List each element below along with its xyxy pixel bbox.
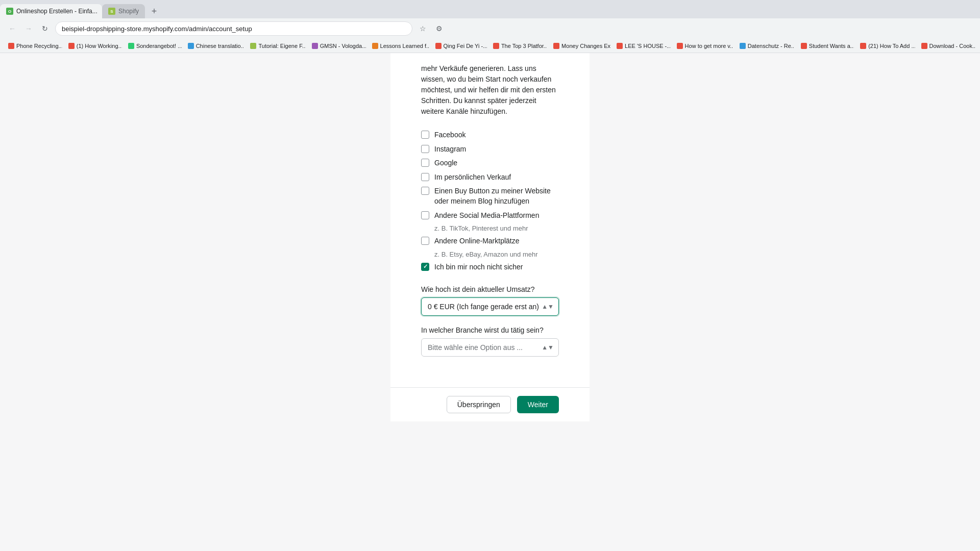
revenue-select[interactable]: 0 € EUR (Ich fange gerade erst an) 1 - 1… (421, 297, 559, 316)
back-button[interactable]: ← (6, 22, 18, 35)
channel-checkbox-list: Facebook Instagram Google (421, 129, 559, 273)
industry-select[interactable]: Bitte wähle eine Option aus ... Mode und… (421, 338, 559, 357)
footer-bar: Überspringen Weiter (390, 387, 590, 421)
page-content: mehr Verkäufe generieren. Lass uns wisse… (0, 53, 980, 551)
bookmark-label: Money Changes Ex... (561, 43, 610, 49)
channel-item-instagram: Instagram (421, 143, 559, 156)
browser-window: O Onlineshop Erstellen - Einfa... ✕ S Sh… (0, 0, 980, 551)
bookmark-label: GMSN - Vologda... (320, 43, 366, 49)
bottom-space (199, 421, 781, 551)
new-tab-button[interactable]: + (147, 4, 161, 18)
bookmark-item[interactable]: (21) How To Add ... (856, 42, 915, 50)
bookmark-label: Download - Cook... (929, 43, 976, 49)
label-buy-button: Einen Buy Button zu meiner Website oder … (434, 186, 559, 206)
bookmark-label: Qing Fei De Yi -... (444, 43, 487, 49)
skip-button[interactable]: Überspringen (447, 396, 511, 413)
bookmark-favicon (312, 43, 318, 49)
bookmark-favicon (68, 43, 75, 49)
label-google: Google (434, 158, 457, 168)
bookmark-item[interactable]: Phone Recycling... (4, 42, 62, 50)
address-text: beispiel-dropshipping-store.myshopify.co… (62, 25, 252, 33)
industry-select-wrapper: Bitte wähle eine Option aus ... Mode und… (421, 338, 559, 357)
bookmark-item[interactable]: GMSN - Vologda... (308, 42, 366, 50)
reload-button[interactable]: ↻ (39, 22, 51, 35)
bookmark-label: How to get more v... (685, 43, 733, 49)
channel-item-persoenlich: Im persönlichen Verkauf (421, 171, 559, 184)
bookmark-item[interactable]: Lessons Learned f... (368, 42, 429, 50)
channel-item-buy-button: Einen Buy Button zu meiner Website oder … (421, 185, 559, 207)
tab-bar: O Onlineshop Erstellen - Einfa... ✕ S Sh… (0, 0, 980, 18)
label-marktplaetze: Andere Online-Marktplätze (434, 236, 520, 246)
bookmark-star[interactable]: ☆ (416, 22, 429, 35)
channel-item-marktplaetze: Andere Online-Marktplätze z. B. Etsy, eB… (421, 235, 559, 259)
bookmark-favicon (435, 43, 442, 49)
bookmark-item[interactable]: Qing Fei De Yi -... (431, 42, 487, 50)
industry-title: In welcher Branche wirst du tätig sein? (421, 326, 559, 334)
sublabel-marktplaetze: z. B. Etsy, eBay, Amazon und mehr (421, 251, 559, 258)
bookmark-favicon (860, 43, 866, 49)
bookmark-label: Student Wants a... (809, 43, 854, 49)
label-facebook: Facebook (434, 130, 465, 140)
bookmark-item[interactable]: Chinese translatio... (184, 42, 244, 50)
tab-label-1: Onlineshop Erstellen - Einfa... (16, 8, 97, 15)
bookmark-label: (1) How Working... (77, 43, 122, 49)
checkbox-marktplaetze[interactable] (421, 237, 429, 245)
label-instagram: Instagram (434, 144, 466, 155)
bookmark-favicon (128, 43, 134, 49)
bookmark-favicon (677, 43, 683, 49)
bookmark-item[interactable]: Sonderangebot! ... (124, 42, 182, 50)
bookmark-item[interactable]: Money Changes Ex... (549, 42, 610, 50)
bookmark-item[interactable]: (1) How Working... (64, 42, 122, 50)
tab-favicon-2: S (108, 8, 115, 15)
intro-text: mehr Verkäufe generieren. Lass uns wisse… (421, 63, 559, 117)
sublabel-social-media: z. B. TikTok, Pinterest und mehr (421, 224, 559, 232)
checkbox-instagram[interactable] (421, 145, 429, 153)
revenue-title: Wie hoch ist dein aktueller Umsatz? (421, 285, 559, 293)
page-wrapper: mehr Verkäufe generieren. Lass uns wisse… (199, 53, 781, 551)
label-persoenlich: Im persönlichen Verkauf (434, 172, 511, 183)
bookmark-label: Sonderangebot! ... (136, 43, 182, 49)
bookmark-favicon (188, 43, 194, 49)
bookmark-item[interactable]: LEE 'S HOUSE -... (612, 42, 671, 50)
bookmark-label: The Top 3 Platfor... (501, 43, 547, 49)
tab-inactive[interactable]: S Shopify (102, 4, 145, 18)
tab-active[interactable]: O Onlineshop Erstellen - Einfa... ✕ (0, 4, 102, 18)
bookmark-item[interactable]: Download - Cook... (917, 42, 976, 50)
channel-item-unsicher: Ich bin mir noch nicht sicher (421, 261, 559, 273)
bookmark-label: Lessons Learned f... (380, 43, 429, 49)
address-bar-row: ← → ↻ beispiel-dropshipping-store.myshop… (0, 18, 980, 39)
extensions-button[interactable]: ⚙ (433, 22, 445, 35)
checkbox-facebook[interactable] (421, 131, 429, 139)
checkbox-persoenlich[interactable] (421, 173, 429, 181)
checkbox-buy-button[interactable] (421, 187, 429, 195)
bookmark-item[interactable]: Tutorial: Eigene F... (246, 42, 305, 50)
checkbox-unsicher[interactable] (421, 263, 429, 271)
tab-label-2: Shopify (118, 8, 139, 15)
revenue-select-wrapper: 0 € EUR (Ich fange gerade erst an) 1 - 1… (421, 297, 559, 316)
bookmark-favicon (8, 43, 14, 49)
bookmark-favicon (250, 43, 256, 49)
bookmark-label: LEE 'S HOUSE -... (625, 43, 671, 49)
bookmark-item[interactable]: How to get more v... (673, 42, 733, 50)
bookmark-item[interactable]: Student Wants a... (797, 42, 854, 50)
bookmark-label: (21) How To Add ... (868, 43, 915, 49)
next-button[interactable]: Weiter (517, 396, 559, 413)
checkbox-social-media[interactable] (421, 211, 429, 219)
channel-item-google: Google (421, 157, 559, 169)
bookmark-favicon (553, 43, 559, 49)
bookmark-item[interactable]: Datenschutz - Re... (736, 42, 795, 50)
bookmark-favicon (801, 43, 807, 49)
bookmark-label: Chinese translatio... (196, 43, 244, 49)
address-bar[interactable]: beispiel-dropshipping-store.myshopify.co… (55, 21, 412, 36)
forward-button[interactable]: → (22, 22, 35, 35)
bookmark-label: Datenschutz - Re... (748, 43, 795, 49)
bookmark-item[interactable]: The Top 3 Platfor... (489, 42, 547, 50)
bookmark-favicon (740, 43, 746, 49)
label-social-media: Andere Social Media-Plattformen (434, 211, 539, 221)
bookmarks-bar: Phone Recycling... (1) How Working... So… (0, 39, 980, 53)
bookmark-favicon (617, 43, 623, 49)
channel-item-social-media: Andere Social Media-Plattformen z. B. Ti… (421, 210, 559, 234)
checkbox-google[interactable] (421, 159, 429, 167)
main-card: mehr Verkäufe generieren. Lass uns wisse… (390, 53, 590, 387)
bookmark-favicon (921, 43, 927, 49)
